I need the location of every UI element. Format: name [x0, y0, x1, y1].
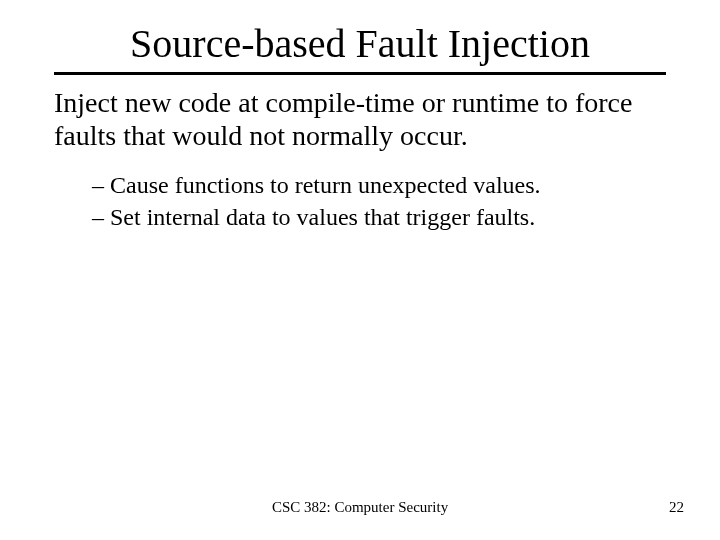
list-item: – Cause functions to return unexpected v…	[92, 170, 666, 200]
page-number: 22	[669, 499, 684, 516]
body-text: Inject new code at compile-time or runti…	[54, 86, 666, 152]
slide-title: Source-based Fault Injection	[0, 20, 720, 67]
slide: Source-based Fault Injection Inject new …	[0, 0, 720, 540]
list-item: – Set internal data to values that trigg…	[92, 202, 666, 232]
title-underline	[54, 72, 666, 75]
footer-course: CSC 382: Computer Security	[0, 499, 720, 516]
sub-list: – Cause functions to return unexpected v…	[92, 170, 666, 234]
